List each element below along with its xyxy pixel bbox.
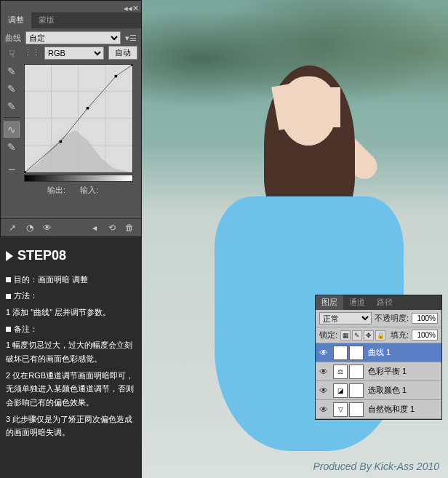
step-title: STEP08 [6,244,136,267]
channel-select[interactable]: RGB [44,47,104,60]
svg-rect-11 [115,75,117,77]
grip-icon[interactable]: ⋮⋮ [24,48,40,57]
curve-tools: ☟ ✎ ✎ ✎ ∿ ✎ ⎯ [4,46,21,172]
svg-rect-8 [25,171,26,172]
svg-rect-10 [87,107,89,109]
layer-name: 选取颜色 1 [367,385,407,396]
eyedropper-white[interactable]: ✎ [4,98,20,114]
blend-select[interactable]: 正常 [319,312,372,324]
panel-controls: ◂◂ ✕ [1,1,141,12]
auto-button[interactable]: 自动 [108,46,137,60]
method-label: 方法： [6,289,136,303]
tab-masks[interactable]: 蒙版 [31,12,62,28]
curve-point-tool[interactable]: ∿ [4,122,20,138]
face [280,76,337,146]
mask-thumb[interactable] [349,402,364,417]
visibility-icon[interactable]: 👁 [41,222,53,234]
smooth-tool[interactable]: ⎯ [4,156,20,172]
eyedropper-black[interactable]: ✎ [4,63,20,79]
visibility-icon[interactable]: 👁 [316,367,332,377]
curve-area: ⋮⋮ RGB 自动 输出: 输入: [24,46,137,199]
input-label: 输入: [80,185,98,196]
lock-image-icon[interactable]: ✎ [352,330,362,340]
layer-selective-color[interactable]: 👁 ◪ 选取颜色 1 [316,381,441,400]
mask-thumb[interactable] [349,383,364,398]
tab-adjustments[interactable]: 调整 [1,12,31,28]
trash-icon[interactable]: 🗑 [124,222,135,234]
bullet-icon [6,294,11,299]
note-3: 3 此步骤仅是为了矫正两次偏色造成的画面明暗失调。 [6,413,136,439]
adjustment-thumb: ╱ [333,346,348,360]
adjustment-tabs: 调整 蒙版 [1,12,141,28]
eyedropper-icon[interactable]: ↗ [7,222,18,234]
opacity-input[interactable] [412,313,438,324]
tab-layers[interactable]: 图层 [316,295,343,310]
reset-icon[interactable]: ⟲ [106,222,118,234]
mask-thumb[interactable] [349,346,364,360]
input-gradient[interactable] [24,175,133,182]
tab-paths[interactable]: 路径 [371,295,399,310]
svg-rect-9 [60,140,62,143]
on-image-tool[interactable]: ☟ [4,46,20,62]
curve-editor[interactable] [24,64,133,173]
lock-position-icon[interactable]: ✥ [364,330,374,340]
lock-label: 锁定: [319,330,337,340]
adjustment-thumb: ▽ [333,402,348,417]
layer-curves[interactable]: 👁 ╱ 曲线 1 [316,343,441,362]
triangle-icon [6,251,13,261]
tutorial-panel: STEP08 目的：画面明暗 调整 方法： 1 添加 "曲线" 层并调节参数。 … [0,237,142,478]
fill-input[interactable] [412,330,438,340]
credit-text: Produced By Kick-Ass 2010 [313,461,439,472]
bullet-icon [6,277,11,282]
tab-channels[interactable]: 通道 [343,295,371,310]
visibility-icon[interactable]: 👁 [316,386,332,396]
layer-vibrance[interactable]: 👁 ▽ 自然饱和度 1 [316,400,441,419]
channel-row: ⋮⋮ RGB 自动 [24,46,137,60]
opacity-label: 不透明度: [375,313,409,324]
fill-label: 填充: [391,330,409,340]
bullet-icon [6,327,11,332]
preset-label: 曲线 [5,33,21,44]
goal-line: 目的：画面明暗 调整 [6,273,136,287]
visibility-icon[interactable]: 👁 [316,405,332,415]
layer-name: 曲线 1 [367,347,391,358]
preset-select[interactable]: 自定 [25,31,121,44]
notes-label: 备注： [6,322,136,336]
lock-icons: ▦ ✎ ✥ 🔒 [340,330,385,340]
menu-icon[interactable]: ▾☰ [125,33,137,43]
blend-row: 正常 不透明度: [316,310,441,327]
adjustment-thumb: ⚖ [333,365,348,379]
layer-list: 👁 ╱ 曲线 1 👁 ⚖ 色彩平衡 1 👁 ◪ 选取颜色 1 👁 ▽ 自然饱和度… [316,343,441,419]
svg-rect-12 [131,65,132,66]
note-1: 1 幅度切忌过大，过大的幅度会立刻破坏已有的画面色彩感觉。 [6,338,136,365]
collapse-icon[interactable]: ◂◂ [124,4,129,9]
layer-name: 色彩平衡 1 [367,366,407,377]
mask-thumb[interactable] [349,365,364,379]
output-label: 输出: [47,185,65,196]
preset-row: 曲线 自定 ▾☰ [1,28,141,47]
method-1: 1 添加 "曲线" 层并调节参数。 [6,306,136,319]
svg-marker-6 [25,130,132,172]
clip-icon[interactable]: ◔ [24,222,36,234]
layers-panel: 图层 通道 路径 正常 不透明度: 锁定: ▦ ✎ ✥ 🔒 填充: 👁 ╱ 曲线… [315,295,442,420]
lock-all-icon[interactable]: 🔒 [375,330,385,340]
note-2: 2 仅在RGB通道调节画面明暗即可，无须单独进入某颜色通道调节，否则会影响已有的… [6,369,136,410]
pencil-tool[interactable]: ✎ [4,139,20,155]
io-readout: 输出: 输入: [24,182,137,199]
lock-row: 锁定: ▦ ✎ ✥ 🔒 填充: [316,327,441,343]
separator [4,117,20,119]
adjustments-panel: ◂◂ ✕ 调整 蒙版 曲线 自定 ▾☰ ☟ ✎ ✎ ✎ ∿ ✎ ⎯ ⋮⋮ RGB… [0,0,142,237]
prev-icon[interactable]: ◂ [89,222,100,234]
layer-name: 自然饱和度 1 [367,404,415,415]
panel-footer: ↗ ◔ 👁 ◂ ⟲ 🗑 [1,218,141,236]
layer-color-balance[interactable]: 👁 ⚖ 色彩平衡 1 [316,362,441,381]
layers-tabs: 图层 通道 路径 [316,295,441,310]
visibility-icon[interactable]: 👁 [316,348,332,358]
close-icon[interactable]: ✕ [132,4,138,9]
eyedropper-gray[interactable]: ✎ [4,81,20,97]
adjustment-thumb: ◪ [333,383,348,398]
lock-transparent-icon[interactable]: ▦ [340,330,351,340]
